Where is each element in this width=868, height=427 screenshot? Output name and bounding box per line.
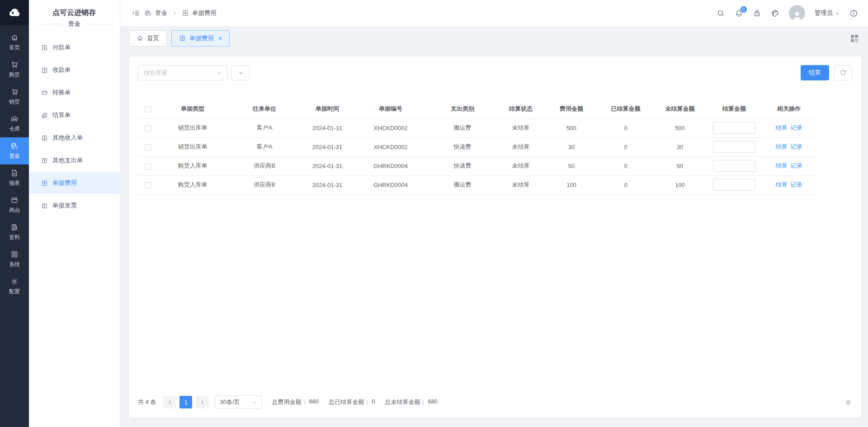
close-tab-icon[interactable]: ×: [218, 35, 222, 42]
prev-page-button[interactable]: [163, 396, 176, 408]
submenu-item-label: 其他支出单: [52, 156, 83, 164]
collapse-menu-icon[interactable]: [132, 9, 140, 17]
record-link[interactable]: 记录: [791, 143, 802, 150]
sidebar-item-config[interactable]: 配置: [0, 273, 29, 300]
total-count: 共 4 条: [138, 398, 156, 406]
avatar[interactable]: [789, 5, 805, 21]
select-all-checkbox[interactable]: [145, 106, 151, 113]
submenu-item-label: 单据费用: [52, 179, 77, 187]
cell-party: 供应商B: [227, 175, 302, 194]
row-checkbox[interactable]: [145, 163, 151, 169]
sidebar-item-purchase[interactable]: 购货: [0, 56, 29, 83]
app-title: 点可云进销存: [52, 8, 96, 18]
submenu-item-payment-order[interactable]: 付款单: [29, 36, 120, 59]
submenu-item-settlement-order[interactable]: 结算单: [29, 104, 120, 127]
tab-overview-grid-icon[interactable]: [849, 33, 859, 43]
chevron-down-icon: [238, 70, 243, 75]
tab-home[interactable]: 首页: [129, 30, 167, 47]
payment-doc-icon: [41, 44, 48, 51]
table-settings-gear-icon[interactable]: [844, 399, 852, 406]
submenu-item-label: 其他收入单: [52, 134, 83, 142]
settle-link[interactable]: 结算: [776, 162, 788, 169]
sidebar-item-label: 首页: [9, 44, 20, 52]
breadcrumb-item-bill-expense[interactable]: 单据费用: [182, 9, 217, 17]
settle-link[interactable]: 结算: [776, 124, 788, 131]
user-menu[interactable]: 管理员: [815, 9, 840, 17]
cell-category: 搬运费: [428, 175, 497, 194]
chevron-left-icon: [167, 400, 172, 405]
app-logo[interactable]: [0, 0, 29, 25]
content-card: 综合搜索 结算: [129, 56, 861, 418]
receipt-doc-icon: [41, 67, 48, 74]
row-checkbox[interactable]: [145, 125, 151, 131]
sidebar-item-warehouse[interactable]: 仓库: [0, 110, 29, 137]
settle-amount-input[interactable]: [713, 160, 755, 172]
cell-settle-input: [707, 175, 762, 194]
cell-status: 未结算: [497, 118, 545, 137]
info-icon[interactable]: [849, 9, 858, 18]
row-checkbox[interactable]: [145, 144, 151, 150]
cell-unsettled: 100: [653, 175, 707, 194]
column-header: 已结算金额: [598, 100, 653, 118]
record-link[interactable]: 记录: [791, 162, 802, 169]
submenu-item-bill-expense[interactable]: 单据费用: [29, 172, 120, 194]
settle-link[interactable]: 结算: [776, 143, 788, 150]
sidebar-item-system[interactable]: 系统: [0, 246, 29, 273]
column-header: 支出类别: [428, 100, 497, 118]
table-row: 销货出库单 客户A 2024-01-31 XHCKD0002 搬运费 未结算 5…: [138, 118, 816, 137]
funds-coins-icon: [10, 142, 19, 150]
cell-doc-no: GHRKD0004: [353, 156, 428, 175]
theme-palette-icon[interactable]: [771, 9, 779, 18]
report-icon: [10, 169, 19, 177]
settle-button[interactable]: 结算: [801, 65, 829, 80]
page-size-select[interactable]: 30条/页: [215, 395, 262, 409]
sidebar-item-sales[interactable]: 销货: [0, 83, 29, 110]
refresh-button[interactable]: [834, 65, 852, 80]
row-checkbox-cell: [138, 175, 158, 194]
submenu-item-label: 单据发票: [52, 202, 77, 210]
search-select[interactable]: 综合搜索: [138, 65, 227, 80]
settle-amount-input[interactable]: [713, 122, 755, 134]
next-page-button[interactable]: [196, 396, 208, 408]
chevron-down-icon: [217, 70, 222, 75]
search-options-dropdown[interactable]: [231, 65, 250, 80]
record-link[interactable]: 记录: [791, 124, 802, 131]
column-header: 未结算金额: [653, 100, 707, 118]
sidebar-item-data[interactable]: 资料: [0, 219, 29, 246]
sidebar-item-label: 系统: [9, 261, 20, 268]
sidebar-item-reports[interactable]: 报表: [0, 164, 29, 192]
notifications-button[interactable]: 0: [735, 9, 743, 18]
cell-doc-no: GHRKD0004: [353, 175, 428, 194]
cell-settle-input: [707, 118, 762, 137]
cell-actions: 结算记录: [762, 137, 816, 156]
submenu-item-bill-invoice[interactable]: 单据发票: [29, 194, 120, 217]
breadcrumb-item-funds[interactable]: 资金: [145, 9, 167, 17]
settle-amount-input[interactable]: [713, 141, 755, 153]
cell-actions: 结算记录: [762, 175, 816, 194]
submenu-item-transfer-order[interactable]: 转账单: [29, 81, 120, 104]
record-link[interactable]: 记录: [791, 181, 802, 188]
sidebar-item-home[interactable]: 首页: [0, 29, 29, 56]
sidebar-item-goods[interactable]: 商品: [0, 192, 29, 219]
submenu-item-receipt-order[interactable]: 收款单: [29, 59, 120, 81]
settle-amount-input[interactable]: [713, 179, 755, 191]
lock-icon[interactable]: [753, 9, 761, 18]
header-actions: 0 管理员: [717, 5, 859, 21]
settle-link[interactable]: 结算: [776, 181, 788, 188]
column-header: 单据时间: [302, 100, 353, 118]
cell-doc-type: 购货入库单: [158, 156, 227, 175]
tab-label: 单据费用: [189, 34, 214, 42]
submenu-item-label: 转账单: [52, 89, 71, 97]
submenu-item-other-income-order[interactable]: 其他收入单: [29, 127, 120, 149]
sidebar-item-funds[interactable]: 资金: [0, 137, 29, 164]
page-number-button[interactable]: 1: [179, 396, 192, 408]
cell-status: 未结算: [497, 156, 545, 175]
row-checkbox[interactable]: [145, 182, 151, 188]
submenu-item-other-expense-order[interactable]: 其他支出单: [29, 149, 120, 172]
sidebar-item-label: 报表: [9, 179, 20, 187]
search-icon[interactable]: [717, 9, 725, 18]
tab-bill-expense[interactable]: 单据费用 ×: [171, 30, 230, 47]
table-header-row: 单据类型 往来单位 单据时间 单据编号 支出类别 结算状态 费用金额 已结算金额…: [138, 100, 816, 118]
refresh-icon: [840, 69, 847, 76]
warehouse-icon: [10, 115, 19, 123]
